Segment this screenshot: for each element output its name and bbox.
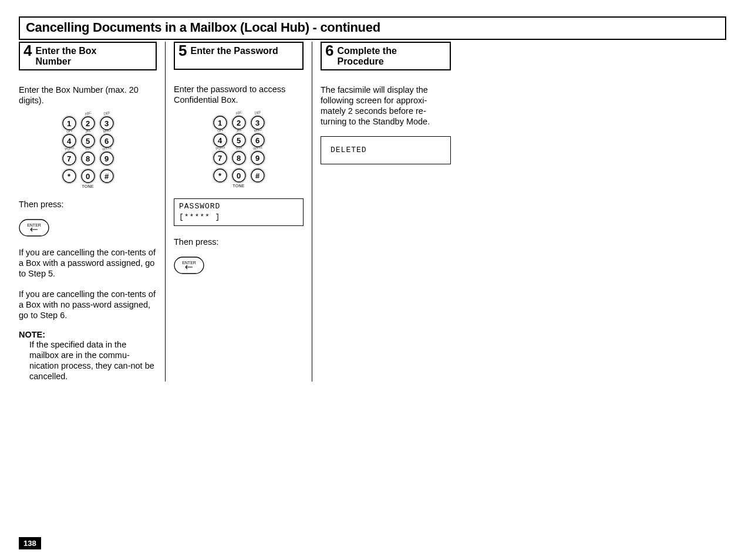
- step-4-para-2: If you are cancelling the con-tents of a…: [19, 247, 157, 279]
- step-5-intro: Enter the password to access Confidentia…: [174, 84, 304, 105]
- step-4-para-3: If you are cancelling the con-tents of a…: [19, 289, 157, 321]
- lcd-deleted: DELETED: [321, 136, 451, 164]
- step-4-note: NOTE: If the specified data in the mailb…: [19, 330, 157, 382]
- step-5-header: 5 Enter the Password: [174, 42, 304, 70]
- tone-label: TONE: [19, 184, 157, 188]
- step-columns: 4 Enter the BoxNumber Enter the Box Numb…: [19, 42, 726, 382]
- step-6-title: Complete theProcedure: [337, 45, 396, 67]
- step-4-column: 4 Enter the BoxNumber Enter the Box Numb…: [19, 42, 166, 382]
- svg-rect-50: [174, 257, 204, 274]
- lcd-line-2: [***** ]: [179, 212, 298, 222]
- keypad-icon: 1 ABC2 DEF3 GHI4 JKL5 MNO6 PQRS7 TUV8 WX…: [174, 114, 304, 188]
- step-4-intro: Enter the Box Number (max. 20 digits).: [19, 85, 157, 106]
- key-0: 0: [231, 167, 247, 184]
- keypad-icon: 1 ABC2 DEF3 GHI4 JKL5 MNO6 PQRS7 TUV8 WX…: [19, 115, 157, 188]
- enter-button-icon: ENTER: [19, 219, 157, 237]
- step-6-intro: The facsimile will display the following…: [321, 85, 451, 127]
- lcd-password: PASSWORD [***** ]: [174, 198, 304, 226]
- then-press-5: Then press:: [174, 237, 304, 247]
- tone-label: TONE: [174, 184, 304, 188]
- svg-text:ENTER: ENTER: [182, 261, 196, 265]
- step-4-number: 4: [23, 44, 32, 58]
- step-5-number: 5: [178, 44, 187, 58]
- page-number: 138: [19, 537, 41, 549]
- key-0: 0: [80, 168, 96, 184]
- key-hash: #: [99, 168, 115, 184]
- note-heading: NOTE:: [19, 330, 157, 339]
- key-7: PQRS7: [212, 150, 228, 166]
- step-6-column: 6 Complete theProcedure The facsimile wi…: [312, 42, 459, 382]
- svg-rect-24: [19, 220, 49, 236]
- key-8: TUV8: [80, 150, 96, 167]
- enter-button-icon: ENTER: [174, 257, 304, 274]
- key-7: PQRS7: [61, 150, 77, 167]
- lcd-line-1: PASSWORD: [179, 201, 298, 212]
- key-9: WXYZ9: [250, 150, 266, 166]
- page-title: Cancelling Documents in a Mailbox (Local…: [19, 16, 726, 40]
- step-6-header: 6 Complete theProcedure: [321, 42, 451, 70]
- step-4-header: 4 Enter the BoxNumber: [19, 42, 157, 70]
- key-9: WXYZ9: [99, 150, 115, 167]
- then-press-4: Then press:: [19, 199, 157, 210]
- step-6-number: 6: [325, 44, 333, 58]
- step-4-title: Enter the BoxNumber: [35, 45, 96, 67]
- key-hash: #: [250, 167, 266, 184]
- svg-text:ENTER: ENTER: [27, 223, 41, 227]
- key-8: TUV8: [231, 150, 247, 166]
- step-5-column: 5 Enter the Password Enter the password …: [166, 42, 312, 382]
- step-5-title: Enter the Password: [190, 45, 278, 56]
- key-star: *: [61, 168, 77, 184]
- key-star: *: [212, 167, 228, 184]
- note-body: If the specified data in the mailbox are…: [19, 339, 157, 382]
